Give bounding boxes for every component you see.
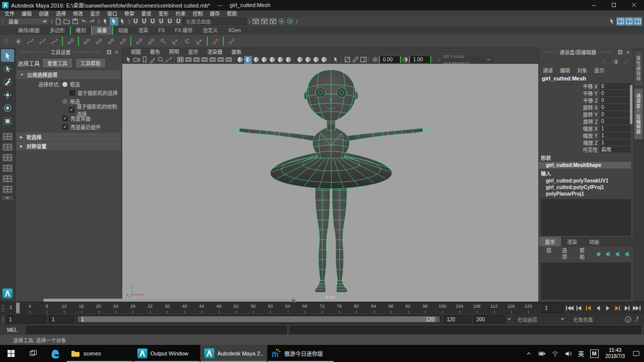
attribute-editor-toggle-icon[interactable] [625, 17, 633, 26]
radio-2[interactable] [62, 99, 67, 104]
hik-character-icon[interactable] [209, 36, 221, 47]
grease-pencil-icon[interactable] [165, 56, 173, 64]
bounding-box-icon[interactable] [268, 56, 276, 64]
shelf-tab-5[interactable]: 渲染 [133, 26, 153, 35]
playhead[interactable] [16, 303, 20, 313]
single-pane-layout[interactable] [2, 132, 14, 141]
float-panel-icon[interactable] [105, 49, 112, 55]
layer-rewind-icon[interactable] [603, 250, 612, 258]
channel-value[interactable]: 0 [600, 90, 631, 97]
shape-node-row[interactable]: girl_cutted:MeshShape [539, 162, 631, 168]
current-frame-field[interactable]: 1 [542, 303, 563, 313]
layer-prev-icon[interactable] [594, 250, 602, 258]
render-settings-icon[interactable] [277, 17, 286, 26]
channel-value[interactable]: 启用 [600, 146, 631, 153]
range-end-handle[interactable] [436, 316, 440, 322]
field-chart-icon[interactable] [208, 56, 216, 64]
section-soft-selection[interactable]: ▶ 软选择 [17, 133, 121, 141]
scroll-arrow-icon[interactable]: ▶ [291, 298, 296, 302]
checkbox-4[interactable]: ✓ [62, 116, 68, 121]
menu-item-4[interactable]: 修改 [69, 11, 87, 17]
wireframe-on-shaded-icon[interactable] [252, 56, 260, 64]
playback-start-field[interactable]: 1 [49, 315, 74, 323]
close-panel-icon[interactable] [113, 49, 120, 55]
shelf-tab-1[interactable]: 多边形 [45, 26, 70, 35]
quick-rig-icon[interactable] [80, 36, 93, 47]
status-grip-1[interactable] [2, 18, 5, 25]
multisampling-icon[interactable] [320, 56, 328, 64]
task-view-button[interactable] [22, 345, 44, 362]
viewport-menu-5[interactable]: 面板 [227, 49, 246, 55]
menu-item-5[interactable]: 显示 [87, 11, 104, 17]
step-forward-frame-icon[interactable] [622, 304, 631, 312]
channel-box-object-name[interactable]: girl_cutted:Mesh [539, 75, 633, 82]
shelf-tab-6[interactable]: FX [153, 26, 170, 35]
sphere-display-icon[interactable] [611, 57, 619, 66]
textured-icon[interactable] [276, 56, 284, 64]
action-center-icon[interactable] [630, 345, 642, 362]
taskbar-item-3[interactable]: 傲游今日迷你版 [267, 345, 334, 362]
time-slider-ticks[interactable]: 1 48121620242832364044485256606468727680… [6, 302, 540, 314]
film-gate-icon[interactable] [184, 56, 192, 64]
layer-menu-1[interactable]: 选项 [558, 247, 576, 260]
save-scene-icon[interactable] [71, 17, 79, 26]
taskbar-item-2[interactable]: Autodesk Maya 2... [200, 345, 267, 362]
group-collapse-5[interactable]: ❭ [294, 18, 299, 25]
channel-row-0[interactable]: 平移 X 0 [539, 82, 631, 89]
menu-item-3[interactable]: 选择 [52, 11, 69, 17]
step-forward-key-icon[interactable] [613, 304, 622, 312]
close-icon[interactable] [624, 0, 644, 10]
range-slider-range[interactable]: 1 120 [77, 316, 440, 322]
snap-view-plane-icon[interactable] [166, 17, 174, 26]
layer-menu-0[interactable]: 层 [543, 247, 558, 260]
channel-row-6[interactable]: 缩放 X 1 [539, 125, 631, 132]
four-pane-layout[interactable] [2, 142, 14, 152]
channel-box-menu-0[interactable]: 通道 [543, 67, 557, 74]
section-common-selection[interactable]: ▼ 公用选择选项 [17, 70, 121, 79]
gate-mask-icon[interactable] [200, 56, 208, 64]
tool-settings-hscrollbar[interactable]: ▶ [43, 299, 291, 302]
render-setup-icon[interactable] [286, 17, 294, 26]
tool-help-button[interactable]: 工具帮助 [75, 58, 106, 68]
channel-row-9[interactable]: 可见性 启用 [539, 146, 631, 153]
wireframe-character[interactable] [122, 64, 538, 302]
persp-outliner-layout[interactable] [2, 185, 14, 194]
channel-value[interactable]: 1 [600, 139, 631, 146]
step-back-frame-icon[interactable] [575, 304, 584, 312]
float-panel-icon[interactable] [616, 49, 623, 55]
menu-item-10[interactable]: 约束 [172, 11, 189, 17]
two-pane-layout[interactable] [2, 174, 14, 184]
channel-row-4[interactable]: 旋转 Y 0 [539, 111, 631, 118]
layer-tab-1[interactable]: 渲染 [561, 237, 583, 246]
create-pencil-curve-icon[interactable] [36, 36, 48, 47]
command-line-output[interactable] [290, 326, 641, 334]
select-tool[interactable] [1, 49, 14, 62]
battery-icon[interactable] [536, 345, 548, 362]
anim-layer-dropdown[interactable]: 无动画层 [514, 315, 568, 323]
panel-drag-handle[interactable] [543, 51, 557, 53]
shelf-tab-9[interactable]: XGen [223, 26, 246, 35]
channel-row-3[interactable]: 旋转 X 0 [539, 104, 631, 111]
pane-graph-layout[interactable] [2, 163, 14, 173]
menu-item-1[interactable]: 编辑 [18, 11, 35, 17]
create-arc-icon[interactable] [48, 36, 60, 47]
redo-icon[interactable] [88, 17, 97, 26]
slash-display-icon[interactable] [621, 57, 630, 66]
layout-dropdown[interactable] [2, 195, 14, 201]
menu-item-0[interactable]: 文件 [1, 11, 18, 17]
2d-pan-zoom-icon[interactable] [156, 56, 165, 64]
gamma-field[interactable]: 1.00 [409, 56, 431, 63]
cube-rig-icon[interactable] [105, 36, 117, 47]
go-to-start-icon[interactable] [565, 304, 574, 312]
checkbox-5[interactable]: ✓ [62, 124, 68, 130]
character-set-dropdown[interactable]: 无角色集 [570, 315, 621, 323]
create-joint-icon[interactable] [64, 36, 76, 47]
shadows-icon[interactable] [296, 56, 304, 64]
channel-value[interactable]: 0 [600, 83, 631, 89]
animation-end-field[interactable]: 200 [473, 315, 505, 323]
auto-keyframe-icon[interactable] [624, 315, 632, 324]
input-node-0[interactable]: girl_cutted:polyTweakUV1 [539, 177, 633, 184]
channel-box-toggle-icon[interactable] [633, 17, 642, 26]
wireframe-icon[interactable] [236, 56, 244, 64]
shelf-tab-4[interactable]: 动画 [113, 26, 133, 35]
